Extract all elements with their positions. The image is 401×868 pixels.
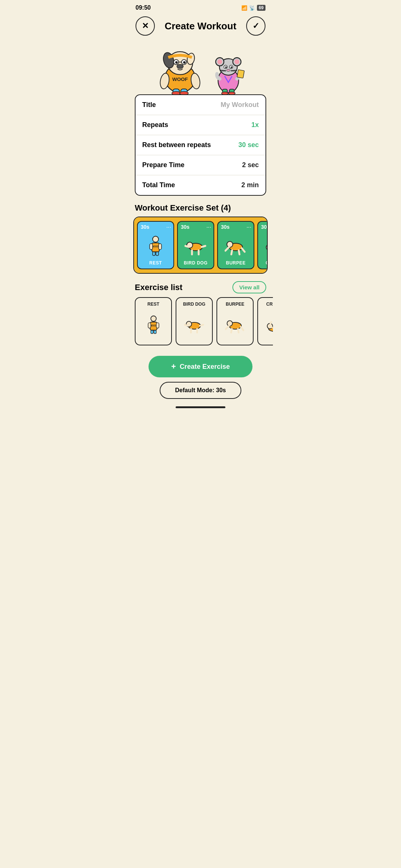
prepare-time-value: 2 sec — [242, 161, 259, 169]
total-time-label: Total Time — [142, 181, 175, 189]
rest-image: WOOF — [144, 230, 167, 260]
status-time: 09:50 — [136, 4, 151, 11]
svg-line-73 — [225, 326, 229, 329]
svg-rect-36 — [237, 70, 244, 78]
svg-point-15 — [172, 91, 180, 94]
svg-rect-40 — [150, 244, 153, 250]
total-time-value: 2 min — [241, 181, 259, 189]
title-value: My Workout — [221, 101, 259, 109]
svg-line-74 — [241, 326, 243, 330]
rest-label: REST — [149, 260, 162, 266]
view-all-button[interactable]: View all — [232, 281, 266, 293]
repeats-row[interactable]: Repeats 1x — [136, 115, 265, 135]
svg-line-76 — [238, 329, 238, 332]
birddog-time: 30s — [181, 224, 189, 230]
svg-rect-42 — [153, 252, 155, 256]
crunch-label: CRUNCH — [266, 260, 268, 266]
battery-indicator: 69 — [257, 5, 265, 11]
svg-point-30 — [231, 66, 232, 68]
svg-line-52 — [225, 247, 229, 251]
total-time-row[interactable]: Total Time 2 min — [136, 175, 265, 195]
svg-point-10 — [177, 64, 183, 69]
birddog-menu-icon[interactable]: ··· — [206, 224, 211, 231]
svg-point-20 — [222, 92, 228, 94]
svg-point-8 — [183, 61, 186, 64]
list-label-crunch: CRUNCH — [266, 302, 273, 307]
svg-point-37 — [153, 236, 159, 242]
list-label-birddog: BIRD DOG — [183, 302, 205, 307]
svg-text:WOOF: WOOF — [172, 77, 188, 82]
default-mode-button[interactable]: Default Mode: 30s — [160, 382, 241, 399]
svg-line-54 — [231, 250, 232, 254]
exercise-set-title: Workout Exercise Set (4) — [135, 203, 266, 213]
create-exercise-button[interactable]: + Create Exercise — [149, 356, 252, 377]
exercise-list-header: Exercise list View all — [135, 281, 266, 293]
burpee-menu-icon[interactable]: ··· — [247, 224, 251, 231]
svg-point-58 — [151, 316, 156, 321]
svg-rect-64 — [154, 330, 156, 334]
svg-line-67 — [185, 325, 188, 326]
rest-repeats-row[interactable]: Rest between repeats 30 sec — [136, 135, 265, 155]
list-item-crunch[interactable]: CRUNCH — [257, 297, 273, 345]
mouse-mascot — [212, 50, 245, 94]
svg-rect-63 — [151, 330, 153, 334]
mascot-area: WOOF — [128, 39, 273, 94]
list-item-birddog[interactable]: BIRD DOG — [176, 297, 213, 345]
list-label-burpee: BURPEE — [226, 302, 244, 307]
svg-point-57 — [266, 244, 268, 250]
svg-line-75 — [231, 329, 232, 332]
list-img-crunch — [266, 307, 273, 341]
svg-point-25 — [217, 59, 222, 64]
svg-rect-43 — [156, 252, 159, 256]
exercise-set-carousel[interactable]: 30s ··· WOOF REST 30s ··· — [133, 217, 268, 274]
svg-point-31 — [226, 69, 230, 72]
list-img-burpee — [225, 307, 245, 341]
exercise-card-crunch[interactable]: 30s ··· CRUNCH — [257, 221, 268, 269]
birddog-label: BIRD DOG — [184, 260, 208, 266]
list-item-burpee[interactable]: BURPEE — [216, 297, 254, 345]
prepare-time-label: Prepare Time — [142, 161, 185, 169]
rest-repeats-value: 30 sec — [238, 141, 259, 149]
create-exercise-label: Create Exercise — [180, 363, 230, 371]
exercise-list-scroll[interactable]: REST WOOF BIRD DOG — [128, 297, 273, 349]
svg-line-53 — [242, 248, 245, 252]
list-item-rest[interactable]: REST WOOF — [135, 297, 172, 345]
exercise-card-burpee[interactable]: 30s ··· BURPEE — [217, 221, 254, 269]
header: ✕ Create Workout ✓ — [128, 13, 273, 37]
svg-line-47 — [202, 246, 205, 247]
exercise-list-title: Exercise list — [135, 283, 182, 292]
svg-line-68 — [200, 325, 203, 326]
status-icons: 📶 📡 69 — [241, 5, 265, 11]
exercise-card-birddog[interactable]: 30s ··· BIRD DOG — [177, 221, 214, 269]
svg-point-29 — [225, 66, 227, 68]
svg-point-16 — [180, 91, 188, 94]
svg-rect-62 — [156, 322, 159, 328]
svg-point-26 — [235, 59, 239, 64]
exercise-card-rest[interactable]: 30s ··· WOOF REST — [137, 221, 174, 269]
close-button[interactable]: ✕ — [136, 16, 155, 36]
prepare-time-row[interactable]: Prepare Time 2 sec — [136, 155, 265, 175]
burpee-time: 30s — [221, 224, 229, 230]
burpee-image — [225, 230, 247, 260]
rest-menu-icon[interactable]: ··· — [166, 224, 171, 231]
repeats-value: 1x — [251, 121, 259, 129]
dog-mascot: WOOF — [156, 42, 204, 94]
svg-rect-61 — [148, 322, 150, 328]
burpee-label: BURPEE — [226, 260, 245, 266]
crunch-image — [265, 230, 268, 260]
svg-rect-41 — [159, 244, 162, 250]
confirm-button[interactable]: ✓ — [246, 16, 265, 36]
page-title: Create Workout — [155, 20, 246, 32]
title-label: Title — [142, 101, 156, 109]
list-img-rest: WOOF — [143, 307, 164, 341]
settings-table: Title My Workout Repeats 1x Rest between… — [135, 94, 266, 196]
signal-icon: 📶 — [241, 5, 247, 11]
svg-line-46 — [185, 246, 189, 247]
title-row[interactable]: Title My Workout — [136, 95, 265, 115]
rest-time: 30s — [141, 224, 149, 230]
plus-icon: + — [171, 362, 176, 371]
rest-repeats-label: Rest between repeats — [142, 141, 211, 149]
status-bar: 09:50 📶 📡 69 — [128, 0, 273, 13]
wifi-icon: 📡 — [249, 5, 255, 11]
crunch-time: 30s — [261, 224, 268, 230]
